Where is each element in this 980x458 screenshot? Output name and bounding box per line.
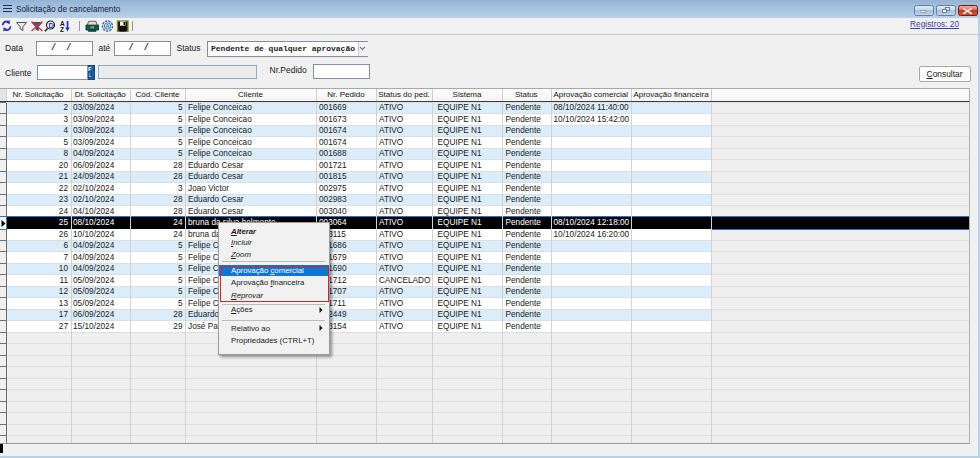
svg-text:Z: Z [60, 26, 64, 33]
svg-text:D: D [49, 21, 55, 30]
svg-text:A: A [105, 23, 110, 29]
